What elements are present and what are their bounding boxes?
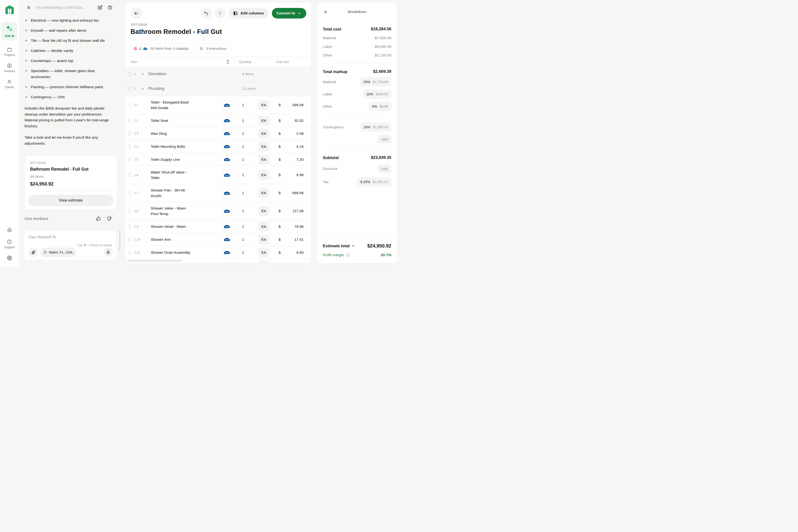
unit-chip[interactable]: EA (258, 206, 269, 216)
drag-handle[interactable] (128, 131, 132, 136)
item-quantity[interactable]: 1 (235, 209, 244, 213)
unit-chip[interactable]: EA (258, 141, 269, 152)
horizontal-scrollbar[interactable] (128, 260, 183, 262)
markup-material-chip[interactable]: 25% $1,759.89 (360, 77, 391, 86)
notifications-button[interactable] (7, 227, 12, 233)
drag-handle[interactable] (128, 86, 132, 91)
unit-chip[interactable]: EA (258, 129, 269, 139)
item-quantity[interactable]: 1 (235, 103, 244, 107)
vendor-badge[interactable]: LOWE'S (223, 234, 231, 245)
drag-handle[interactable] (128, 118, 132, 123)
give-feedback-link[interactable]: Give feedback (24, 216, 91, 221)
item-unit-cost[interactable]: 9.98 (296, 173, 304, 177)
item-row-2.10[interactable]: 2.10Shower ArmLOWE'S1EA$17.41 (125, 233, 311, 246)
item-name[interactable]: Toilet Seat (151, 114, 168, 127)
composer-input[interactable]: Use Handoff AI (28, 235, 113, 240)
unit-chip[interactable]: EA (258, 188, 269, 198)
view-estimate-button[interactable]: View estimate (28, 195, 113, 206)
new-chat-button[interactable] (97, 5, 103, 10)
drag-handle[interactable] (128, 209, 132, 213)
attach-file-button[interactable] (28, 247, 38, 257)
item-quantity[interactable]: 1 (235, 131, 244, 136)
item-unit-cost[interactable]: 399.09 (292, 103, 304, 107)
column-unit-cost[interactable]: Unit cost (271, 57, 311, 66)
item-row-2.11[interactable]: 2.11Shower Drain AssemblyLOWE'S1EA$9.80 (125, 246, 311, 259)
unit-chip[interactable]: EA (258, 222, 269, 232)
item-row-2.6[interactable]: 2.6Water Shut-off Valve - ToiletLOWE'S1E… (125, 166, 311, 184)
group-toggle[interactable] (141, 72, 148, 76)
item-unit-cost[interactable]: 154.52 (292, 263, 304, 264)
column-quantity[interactable]: Quantity (234, 57, 271, 66)
item-unit-cost[interactable]: 17.41 (294, 238, 304, 242)
info-icon[interactable]: i (346, 252, 350, 257)
item-name[interactable]: Toilet Mounting Bolts (151, 140, 185, 153)
item-unit-cost[interactable]: 117.08 (292, 209, 304, 213)
item-quantity[interactable]: 1 (235, 157, 244, 162)
sidebar-item-ask-ai[interactable]: Ask AI (2, 22, 17, 41)
item-unit-cost[interactable]: 569.99 (292, 191, 304, 195)
drag-handle[interactable] (128, 173, 132, 177)
item-quantity[interactable]: 1 (235, 173, 244, 177)
item-row-2.2[interactable]: 2.2Toilet SeatLOWE'S1EA$32.02 (125, 114, 311, 127)
thumbs-up-button[interactable] (96, 216, 101, 221)
instructions-badge[interactable]: 3 instructions (196, 43, 231, 54)
discount-add-button[interactable]: Add (378, 164, 391, 173)
column-item[interactable]: Item (131, 60, 137, 64)
edit-columns-button[interactable]: Edit columns (229, 8, 268, 19)
item-unit-cost[interactable]: 2.08 (296, 131, 304, 136)
item-name[interactable]: Shower Drain Assembly (151, 246, 190, 259)
drag-handle[interactable] (128, 250, 132, 255)
vendor-badge[interactable]: LOWE'S (223, 129, 231, 139)
group-row-plumbing[interactable]: 2Plumbing21 items (125, 81, 311, 96)
item-name[interactable]: Shower Arm (151, 233, 171, 246)
contingency-add-button[interactable]: Add (378, 135, 391, 144)
more-options-button[interactable] (215, 8, 226, 19)
chat-history-button[interactable] (108, 5, 113, 10)
sidebar-item-invoices[interactable]: Invoices (4, 63, 15, 73)
chat-scrollbar[interactable] (119, 229, 120, 251)
tax-chip[interactable]: 8.25% $1,901.57 (357, 177, 391, 186)
item-unit-cost[interactable]: 32.02 (294, 118, 304, 123)
voice-input-button[interactable] (103, 247, 113, 257)
vendor-badge[interactable]: LOWE'S (223, 261, 231, 264)
thumbs-down-button[interactable] (107, 216, 112, 221)
item-row-2.1[interactable]: 2.1Toilet - Elongated Bowl Mid-GradeLOWE… (125, 96, 311, 114)
unit-chip[interactable]: EA (258, 100, 269, 110)
item-row-2.4[interactable]: 2.4Toilet Mounting BoltsLOWE'S1EA$4.16 (125, 140, 311, 153)
item-quantity[interactable]: 1 (235, 250, 244, 255)
item-unit-cost[interactable]: 79.98 (294, 224, 304, 229)
unit-chip[interactable]: EA (258, 247, 269, 258)
handoff-logo[interactable] (4, 4, 15, 15)
back-button[interactable] (131, 7, 142, 19)
undo-button[interactable] (201, 8, 211, 19)
chat-close-button[interactable] (26, 5, 31, 10)
item-row-2.7[interactable]: 2.7Shower Pan - 36×48 AcrylicLOWE'S1EA$5… (125, 184, 311, 202)
markup-other-chip[interactable]: 0% $0.00 (369, 102, 391, 111)
item-unit-cost[interactable]: 9.80 (296, 250, 304, 255)
vendor-badge[interactable]: LOWE'S (223, 206, 231, 216)
breakdown-close-button[interactable] (323, 10, 328, 14)
item-unit-cost[interactable]: 4.16 (296, 145, 304, 149)
drag-handle[interactable] (128, 157, 132, 162)
drag-handle[interactable] (128, 237, 132, 242)
unit-chip[interactable]: EA (258, 170, 269, 180)
item-row-2.5[interactable]: 2.5Toilet Supply LineLOWE'S1EA$7.20 (125, 153, 311, 166)
item-name[interactable]: Toilet - Elongated Bowl Mid-Grade (151, 96, 194, 114)
item-unit-cost[interactable]: 7.20 (296, 157, 304, 162)
item-name[interactable]: Wax Ring (151, 127, 167, 139)
item-name[interactable]: Toilet Supply Line (151, 153, 180, 166)
sidebar-item-projects[interactable]: Projects (4, 47, 15, 57)
drag-handle[interactable] (128, 144, 132, 149)
unit-chip[interactable]: EA (258, 261, 269, 264)
markup-labor-chip[interactable]: 10% $909.50 (363, 90, 391, 98)
unit-chip[interactable]: EA (258, 116, 269, 126)
vendor-badge[interactable]: LOWE'S (223, 141, 231, 152)
sidebar-item-clients[interactable]: Clients (5, 79, 14, 89)
estimate-total-toggle[interactable]: Estimate total (323, 244, 355, 248)
drag-handle[interactable] (128, 72, 132, 76)
vendor-badge[interactable]: LOWE'S (223, 154, 231, 165)
item-name[interactable]: Shower Valve - Moen Posi-Temp (151, 202, 194, 220)
settings-button[interactable] (7, 255, 12, 261)
item-quantity[interactable]: 1 (235, 118, 244, 123)
vendor-badge[interactable]: LOWE'S (223, 116, 231, 126)
